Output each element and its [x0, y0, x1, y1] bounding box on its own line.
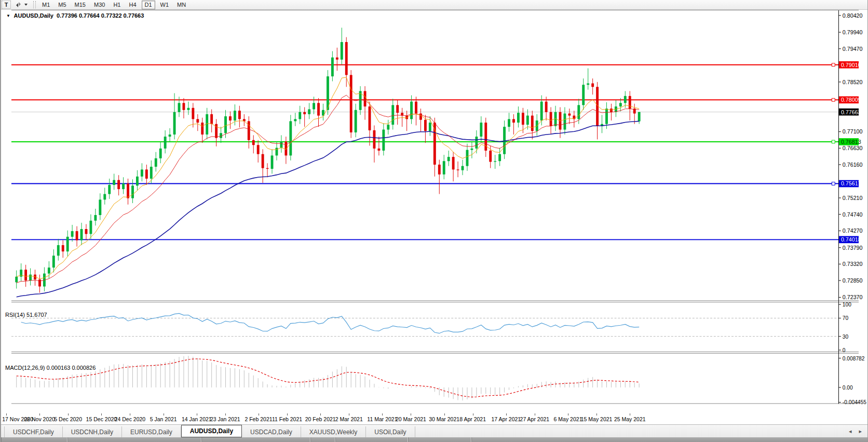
status-segment — [1, 437, 67, 442]
chart-tab-usdchf[interactable]: USDCHF,Daily — [4, 426, 63, 437]
chart-tab-usdcnh[interactable]: USDCNH,Daily — [63, 426, 122, 437]
timeframe-button-m1[interactable]: M1 — [39, 1, 53, 9]
date-tick — [320, 413, 321, 416]
candle-body — [317, 103, 320, 115]
candle-body — [377, 149, 380, 151]
candle-body — [447, 157, 450, 161]
chart-tab-bar: USDCHF,DailyUSDCNH,DailyEURUSD,DailyAUDU… — [1, 424, 868, 437]
timeframe-button-m5[interactable]: M5 — [55, 1, 69, 9]
line-handle-marker[interactable] — [832, 182, 835, 185]
date-tick — [68, 413, 69, 416]
macd-indicator-label: MACD(12,26,9) 0.000163 0.000826 — [5, 365, 96, 371]
price-tick-label: 0.79940 — [843, 29, 863, 35]
tab-scroll-right-icon[interactable]: ▸ — [859, 428, 862, 435]
date-label: 25 May 2021 — [614, 416, 646, 422]
line-handle-marker[interactable] — [832, 140, 835, 143]
status-segment — [408, 437, 471, 442]
candle-body — [238, 111, 241, 119]
candle-body — [99, 199, 101, 215]
candle-body — [141, 169, 143, 176]
chart-tab-eurusd[interactable]: EURUSD,Daily — [122, 426, 181, 437]
price-tick-label: 0.74740 — [843, 211, 863, 218]
date-label: 2 Mar 2021 — [335, 416, 363, 422]
chart-region[interactable]: 0.804200.799400.794700.785200.771000.766… — [1, 10, 868, 424]
candle-body — [410, 102, 413, 119]
tab-scroll-left-icon[interactable]: ◂ — [849, 428, 852, 435]
candle-body — [206, 114, 208, 135]
candle-body — [494, 161, 496, 162]
chart-tab-xauusd[interactable]: XAUUSD,Weekly — [301, 426, 366, 437]
rsi-indicator-label: RSI(14) 51.6707 — [5, 312, 47, 318]
timeframe-button-m15[interactable]: M15 — [72, 1, 89, 9]
candle-body — [550, 112, 552, 126]
chart-tab-usoil[interactable]: USOil,Daily — [366, 426, 415, 437]
price-tick-label: 0.75210 — [843, 195, 863, 201]
candle-body — [531, 116, 534, 131]
candle-body — [103, 194, 106, 200]
price-tick-label: 0.73790 — [843, 245, 863, 251]
rsi-tick-label: 0 — [843, 347, 846, 353]
tab-scroll-arrows: ◂ ▸ — [849, 428, 862, 435]
timeframe-button-group: M1M5M15M30H1H4D1W1MN — [38, 1, 190, 9]
candle-body — [289, 121, 292, 155]
candle-body — [341, 42, 343, 60]
timeframe-button-mn[interactable]: MN — [174, 1, 189, 9]
candle-body — [350, 75, 352, 132]
candle-body — [545, 102, 548, 112]
date-label: 6 May 2021 — [554, 416, 582, 422]
price-badge-label: 0.78009 — [841, 97, 861, 103]
collapse-triangle-icon[interactable]: ▼ — [6, 14, 10, 18]
price-chart-canvas[interactable]: 0.804200.799400.794700.785200.771000.766… — [1, 10, 868, 413]
candle-body — [345, 42, 348, 75]
line-handle-marker[interactable] — [832, 98, 835, 101]
line-handle-marker[interactable] — [832, 63, 835, 66]
date-tick — [473, 413, 473, 416]
candle-body — [605, 109, 608, 124]
candle-body — [173, 112, 176, 135]
price-badge-label: 0.75617 — [841, 180, 861, 186]
candle-body — [155, 158, 157, 167]
rsi-tick-label: 30 — [843, 334, 849, 340]
candle-body — [331, 58, 334, 76]
chart-tab-audusd[interactable]: AUDUSD,Daily — [181, 425, 242, 437]
candle-body — [24, 270, 27, 280]
timeframe-button-d1[interactable]: D1 — [142, 1, 155, 9]
status-bar — [1, 437, 868, 442]
status-segment — [335, 437, 408, 442]
price-tick-label: 0.78520 — [843, 79, 863, 85]
date-label: 11 Feb 2021 — [272, 416, 302, 422]
price-badge-label: 0.76813 — [841, 139, 861, 145]
candle-body — [169, 135, 171, 137]
price-tick-label: 0.72850 — [843, 277, 863, 284]
candle-body — [145, 169, 148, 179]
chart-cycle-button[interactable] — [12, 1, 31, 9]
date-label: 20 Mar 2021 — [396, 416, 426, 422]
chart-tab-usdcad[interactable]: USDCAD,Daily — [242, 426, 301, 437]
price-badge-label: 0.74018 — [841, 236, 861, 243]
date-label: 17 Apr 2021 — [492, 416, 521, 422]
timeframe-button-h1[interactable]: H1 — [110, 1, 124, 9]
candle-body — [29, 275, 32, 280]
date-axis[interactable]: 17 Nov 202026 Nov 20205 Dec 202015 Dec 2… — [1, 413, 868, 424]
timeframe-button-w1[interactable]: W1 — [157, 1, 172, 9]
candle-body — [433, 123, 436, 165]
candle-body — [136, 177, 139, 186]
timeframe-button-m30[interactable]: M30 — [91, 1, 108, 9]
text-tool-button[interactable]: T — [2, 1, 11, 9]
candle-body — [266, 168, 269, 169]
date-tick — [197, 413, 197, 416]
candle-body — [234, 111, 236, 120]
candle-body — [262, 154, 264, 168]
ohlc-high: 0.77664 — [79, 12, 100, 19]
timeframe-button-h4[interactable]: H4 — [126, 1, 139, 9]
candle-body — [113, 180, 115, 185]
date-tick — [411, 413, 411, 416]
toolbar-grip — [33, 1, 36, 8]
candle-body — [364, 91, 367, 106]
date-tick — [164, 413, 164, 416]
rsi-tick-label: 70 — [843, 315, 849, 321]
candle-body — [224, 116, 227, 133]
date-tick — [130, 413, 130, 416]
candle-body — [610, 109, 613, 112]
candle-body — [66, 237, 69, 251]
